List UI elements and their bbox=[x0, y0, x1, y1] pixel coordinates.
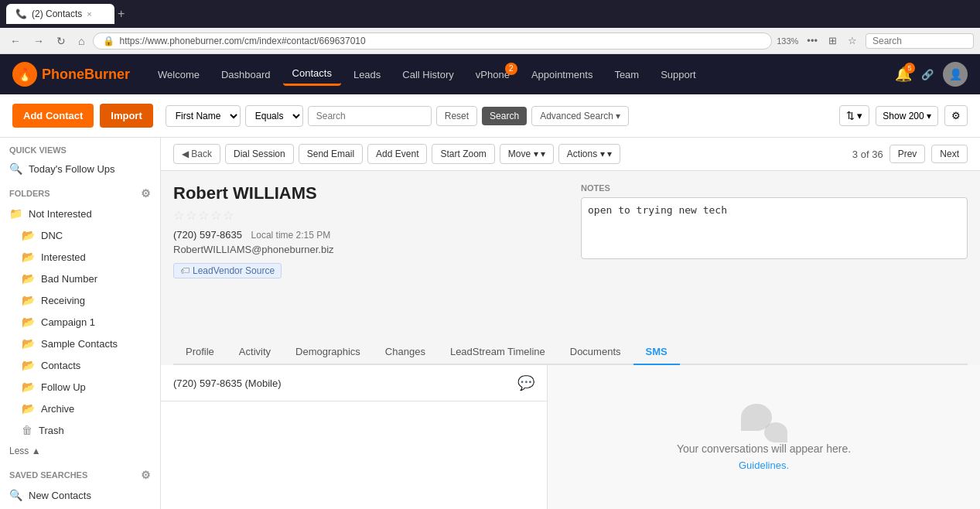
subfolder-label: DNC bbox=[41, 230, 63, 241]
sidebar-item-dnc[interactable]: 📂 DNC bbox=[0, 224, 160, 246]
subfolder-icon: 📂 bbox=[22, 381, 35, 393]
sidebar-item-receiving[interactable]: 📂 Receiving bbox=[0, 289, 160, 311]
toolbar-right: ⇅ ▾ Show 200 ▾ ⚙ bbox=[839, 105, 968, 126]
tab-changes[interactable]: Changes bbox=[373, 340, 438, 365]
nav-support[interactable]: Support bbox=[651, 64, 705, 85]
tab-leadstream-timeline[interactable]: LeadStream Timeline bbox=[438, 340, 558, 365]
star-5[interactable]: ☆ bbox=[223, 208, 234, 223]
next-button[interactable]: Next bbox=[931, 145, 968, 163]
subfolder-icon: 📂 bbox=[22, 337, 35, 350]
tab-profile[interactable]: Profile bbox=[173, 340, 227, 365]
nav-contacts[interactable]: Contacts bbox=[283, 63, 341, 86]
dial-session-button[interactable]: Dial Session bbox=[225, 144, 294, 164]
browser-more-button[interactable]: ••• bbox=[803, 33, 821, 48]
folders-settings-icon[interactable]: ⚙ bbox=[141, 187, 151, 200]
advanced-search-button[interactable]: Advanced Search ▾ bbox=[531, 106, 629, 126]
sidebar-item-trash[interactable]: 🗑 Trash bbox=[0, 419, 160, 441]
back-button[interactable]: ← bbox=[6, 33, 25, 49]
nav-team[interactable]: Team bbox=[605, 64, 648, 85]
reset-button[interactable]: Reset bbox=[436, 106, 477, 126]
sidebar-item-follow-up[interactable]: 📂 Follow Up bbox=[0, 376, 160, 398]
subfolder-label: Bad Number bbox=[41, 273, 97, 285]
sidebar-item-campaign1[interactable]: 📂 Campaign 1 bbox=[0, 311, 160, 333]
column-settings-button[interactable]: ⚙ bbox=[944, 105, 968, 126]
less-toggle[interactable]: Less ▲ bbox=[0, 441, 160, 461]
sms-guidelines-link[interactable]: Guidelines. bbox=[739, 459, 789, 471]
sidebar-item-sample-contacts[interactable]: 📂 Sample Contacts bbox=[0, 333, 160, 354]
send-email-button[interactable]: Send Email bbox=[299, 144, 363, 164]
refresh-button[interactable]: ↻ bbox=[53, 33, 70, 49]
tab-sms[interactable]: SMS bbox=[633, 340, 680, 365]
sidebar-item-bad-number[interactable]: 📂 Bad Number bbox=[0, 268, 160, 289]
user-avatar[interactable]: 👤 bbox=[943, 62, 968, 87]
filter-search-input[interactable] bbox=[308, 106, 432, 126]
saved-searches-settings-icon[interactable]: ⚙ bbox=[141, 469, 151, 481]
active-tab[interactable]: 📞 (2) Contacts × bbox=[6, 4, 114, 24]
sms-contacts-list: (720) 597-8635 (Mobile) 💬 bbox=[161, 365, 548, 509]
tab-activity[interactable]: Activity bbox=[227, 340, 283, 365]
notifications-button[interactable]: 🔔 5 bbox=[895, 66, 912, 83]
actions-button[interactable]: Actions ▾ bbox=[558, 144, 620, 164]
tag-icon: 🏷 bbox=[180, 265, 190, 276]
nav-vphone[interactable]: vPhone 2 bbox=[466, 64, 519, 85]
nav-dashboard[interactable]: Dashboard bbox=[212, 64, 280, 85]
star-2[interactable]: ☆ bbox=[186, 208, 196, 223]
sidebar-item-new-contacts[interactable]: 🔍 New Contacts bbox=[0, 484, 160, 506]
sidebar-item-contacts[interactable]: 📂 Contacts bbox=[0, 354, 160, 376]
chat-bubble-2 bbox=[764, 422, 787, 442]
tab-title: (2) Contacts bbox=[32, 9, 82, 19]
home-button[interactable]: ⌂ bbox=[74, 33, 88, 49]
sidebar: QUICK VIEWS 🔍 Today's Follow Ups FOLDERS… bbox=[0, 138, 161, 509]
filter-field-select[interactable]: First Name bbox=[166, 105, 241, 127]
main-layout: QUICK VIEWS 🔍 Today's Follow Ups FOLDERS… bbox=[0, 138, 980, 509]
notes-textarea[interactable] bbox=[581, 197, 968, 259]
tab-demographics[interactable]: Demographics bbox=[283, 340, 373, 365]
browser-toolbar: ← → ↻ ⌂ 🔒 https://www.phoneburner.com/cm… bbox=[0, 28, 980, 54]
star-3[interactable]: ☆ bbox=[198, 208, 209, 223]
subfolder-icon: 📂 bbox=[22, 359, 35, 371]
star-4[interactable]: ☆ bbox=[210, 208, 221, 223]
import-button[interactable]: Import bbox=[100, 104, 152, 128]
sort-button[interactable]: ⇅ ▾ bbox=[839, 105, 870, 126]
tab-close-button[interactable]: × bbox=[87, 9, 91, 19]
new-tab-button[interactable]: + bbox=[118, 7, 125, 21]
search-button[interactable]: Search bbox=[482, 107, 527, 125]
sidebar-item-todays-follow-ups-quick[interactable]: 🔍 Today's Follow Ups bbox=[0, 158, 160, 179]
nav-welcome[interactable]: Welcome bbox=[149, 64, 209, 85]
sidebar-item-interested[interactable]: 📂 Interested bbox=[0, 246, 160, 268]
add-contact-button[interactable]: Add Contact bbox=[12, 104, 94, 128]
contact-email: RobertWILLIAMS@phoneburner.biz bbox=[173, 244, 569, 255]
nav-leads[interactable]: Leads bbox=[344, 64, 390, 85]
start-zoom-button[interactable]: Start Zoom bbox=[432, 144, 494, 164]
forward-button[interactable]: → bbox=[29, 33, 48, 49]
trash-label: Trash bbox=[39, 425, 64, 436]
extensions-button[interactable]: ⊞ bbox=[825, 33, 841, 48]
nav-call-history[interactable]: Call History bbox=[393, 64, 463, 85]
browser-search-input[interactable] bbox=[866, 33, 974, 49]
sidebar-item-todays-follow-ups-saved[interactable]: 🔍 Today's Follow Ups bbox=[0, 506, 160, 509]
link-icon[interactable]: 🔗 bbox=[921, 69, 934, 80]
trash-icon: 🗑 bbox=[22, 424, 32, 436]
filter-op-select[interactable]: Equals bbox=[245, 105, 303, 127]
logo-text: PhoneBurner bbox=[42, 67, 130, 83]
sms-chat-icon[interactable]: 💬 bbox=[517, 374, 534, 391]
star-button[interactable]: ☆ bbox=[844, 33, 861, 48]
prev-button[interactable]: Prev bbox=[890, 145, 926, 163]
show-count-button[interactable]: Show 200 ▾ bbox=[876, 106, 938, 126]
vphone-badge: 2 bbox=[505, 63, 517, 75]
back-button[interactable]: ◀ Back bbox=[173, 144, 220, 164]
folder-icon: 📁 bbox=[9, 207, 22, 220]
add-event-button[interactable]: Add Event bbox=[367, 144, 427, 164]
address-bar[interactable]: 🔒 https://www.phoneburner.com/cm/index#c… bbox=[93, 32, 772, 50]
search-icon: 🔍 bbox=[9, 489, 22, 501]
sms-empty-message: Your conversations will appear here. bbox=[677, 442, 851, 455]
star-rating[interactable]: ☆ ☆ ☆ ☆ ☆ bbox=[173, 208, 569, 223]
tab-documents[interactable]: Documents bbox=[558, 340, 633, 365]
star-1[interactable]: ☆ bbox=[173, 208, 184, 223]
sidebar-item-not-interested[interactable]: 📁 Not Interested bbox=[0, 203, 160, 224]
sms-contact-row[interactable]: (720) 597-8635 (Mobile) 💬 bbox=[161, 365, 547, 401]
sidebar-item-archive[interactable]: 📂 Archive bbox=[0, 398, 160, 419]
nav-appointments[interactable]: Appointments bbox=[522, 64, 603, 85]
saved-searches-header: SAVED SEARCHES ⚙ bbox=[0, 461, 160, 484]
move-button[interactable]: Move ▾ bbox=[500, 144, 554, 164]
